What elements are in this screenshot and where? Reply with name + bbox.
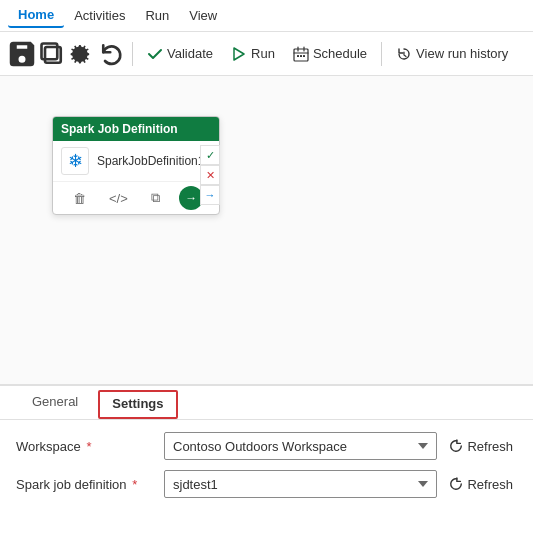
workspace-required: *	[83, 439, 92, 454]
workspace-refresh-label: Refresh	[467, 439, 513, 454]
spark-icon: ❄	[68, 150, 83, 172]
spark-job-refresh-button[interactable]: Refresh	[445, 473, 517, 496]
workspace-select[interactable]: Contoso Outdoors Workspace	[164, 432, 437, 460]
menu-item-activities[interactable]: Activities	[64, 4, 135, 27]
tab-general[interactable]: General	[16, 386, 94, 419]
toolbar: Validate Run Schedule View run history	[0, 32, 533, 76]
spark-job-row: Spark job definition * sjdtest1 Refresh	[16, 470, 517, 498]
save-icon	[8, 40, 36, 68]
spark-job-label: Spark job definition *	[16, 477, 156, 492]
node-copy-btn[interactable]: ⧉	[147, 188, 164, 208]
undo-icon	[98, 40, 126, 68]
save-button[interactable]	[8, 40, 36, 68]
menu-item-home[interactable]: Home	[8, 3, 64, 28]
spark-job-required: *	[129, 477, 138, 492]
copy-button[interactable]	[38, 40, 66, 68]
node-delete-btn[interactable]: 🗑	[69, 189, 90, 208]
schedule-button[interactable]: Schedule	[285, 42, 375, 66]
node-error-btn[interactable]: ✕	[200, 165, 220, 185]
node-header: Spark Job Definition	[53, 117, 219, 141]
refresh-icon-workspace	[449, 439, 463, 453]
node-body: ❄ SparkJobDefinition1	[53, 141, 219, 181]
node-title: Spark Job Definition	[61, 122, 178, 136]
node-validate-btn[interactable]: ✓	[200, 145, 220, 165]
view-history-button[interactable]: View run history	[388, 42, 516, 66]
menu-item-view[interactable]: View	[179, 4, 227, 27]
canvas-area[interactable]: Spark Job Definition ❄ SparkJobDefinitio…	[0, 76, 533, 386]
history-icon	[396, 46, 412, 62]
node-footer: 🗑 </> ⧉ →	[53, 181, 219, 214]
workspace-row: Workspace * Contoso Outdoors Workspace R…	[16, 432, 517, 460]
tab-settings[interactable]: Settings	[98, 390, 177, 419]
spark-job-select[interactable]: sjdtest1	[164, 470, 437, 498]
validate-label: Validate	[167, 46, 213, 61]
menu-bar: Home Activities Run View	[0, 0, 533, 32]
svg-rect-6	[303, 55, 305, 57]
copy-icon	[38, 40, 66, 68]
view-history-label: View run history	[416, 46, 508, 61]
undo-button[interactable]	[98, 40, 126, 68]
validate-icon	[147, 46, 163, 62]
spark-job-refresh-label: Refresh	[467, 477, 513, 492]
pipeline-node[interactable]: Spark Job Definition ❄ SparkJobDefinitio…	[52, 116, 220, 215]
bottom-panel: General Settings Workspace * Contoso Out…	[0, 386, 533, 520]
tabs-row: General Settings	[0, 386, 533, 420]
workspace-refresh-button[interactable]: Refresh	[445, 435, 517, 458]
menu-item-run[interactable]: Run	[135, 4, 179, 27]
node-code-btn[interactable]: </>	[105, 189, 132, 208]
node-side-actions: ✓ ✕ →	[200, 145, 220, 205]
node-arrow-btn[interactable]: →	[200, 185, 220, 205]
run-button[interactable]: Run	[223, 42, 283, 66]
run-label: Run	[251, 46, 275, 61]
workspace-label: Workspace *	[16, 439, 156, 454]
validate-button[interactable]: Validate	[139, 42, 221, 66]
svg-marker-2	[234, 48, 244, 60]
properties-button[interactable]	[68, 40, 96, 68]
refresh-icon-sparkjob	[449, 477, 463, 491]
settings-icon	[68, 40, 96, 68]
node-label: SparkJobDefinition1	[97, 154, 211, 168]
toolbar-divider-2	[381, 42, 382, 66]
node-icon: ❄	[61, 147, 89, 175]
run-icon	[231, 46, 247, 62]
svg-rect-5	[300, 55, 302, 57]
toolbar-divider-1	[132, 42, 133, 66]
schedule-icon	[293, 46, 309, 62]
settings-form: Workspace * Contoso Outdoors Workspace R…	[0, 420, 533, 520]
schedule-label: Schedule	[313, 46, 367, 61]
svg-rect-4	[297, 55, 299, 57]
